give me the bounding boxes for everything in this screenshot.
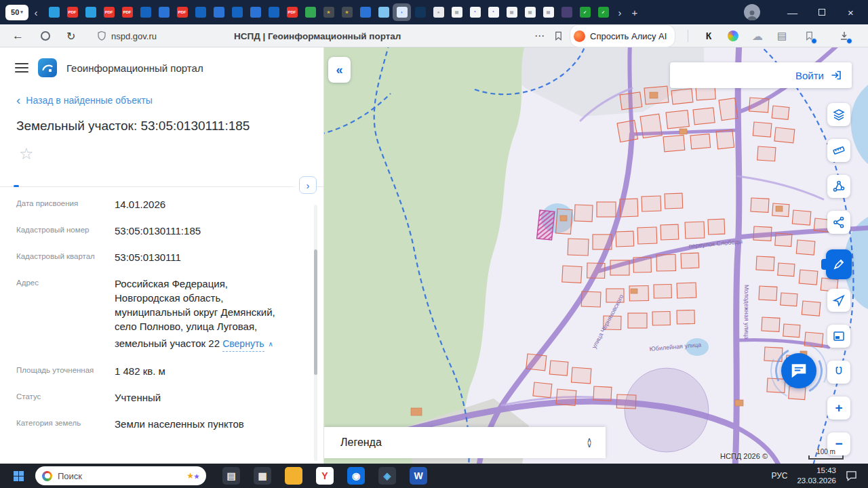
collections-icon[interactable] <box>800 24 818 47</box>
zoom-in-button[interactable]: + <box>827 396 850 420</box>
browser-tab[interactable]: PDF <box>100 3 118 21</box>
locate-tool-button[interactable] <box>827 289 850 312</box>
browser-tab[interactable] <box>81 3 100 21</box>
notifications-icon[interactable] <box>846 470 857 481</box>
start-button[interactable] <box>5 464 31 488</box>
browser-tab[interactable] <box>356 3 374 21</box>
yandex-browser-app[interactable]: Y <box>309 464 340 488</box>
measure-tool-button[interactable] <box>827 139 850 162</box>
ask-alice-button[interactable]: Спросить Алису AI <box>570 24 675 47</box>
chat-assistant-button[interactable] <box>781 353 816 388</box>
tab-favicon: ▤ <box>507 7 517 18</box>
browser-tab[interactable] <box>301 3 319 21</box>
panel-tab[interactable] <box>64 173 83 186</box>
browser-tab[interactable]: ✓ <box>594 3 612 21</box>
legend-bar[interactable]: Легенда ∧ ∨ <box>324 427 606 458</box>
address-bar-url[interactable]: nspd.gov.ru <box>111 24 157 47</box>
taskbar-search[interactable]: Поиск ★★ <box>35 466 206 485</box>
refresh-button[interactable]: ↻ <box>66 24 75 47</box>
tab-favicon: * <box>488 7 499 18</box>
tab-counter[interactable]: 50▾ <box>5 5 28 20</box>
menu-hamburger-button[interactable] <box>15 63 28 73</box>
browser-tab[interactable]: ✓ <box>576 3 594 21</box>
browser-tab[interactable]: ★ <box>319 3 338 21</box>
browser-tab[interactable]: PDF <box>118 3 136 21</box>
collapse-address-link[interactable]: Свернуть∧ <box>222 338 273 352</box>
maximize-button[interactable] <box>807 0 836 24</box>
browser-tab[interactable] <box>557 3 576 21</box>
field-value: 53:05:0130111:185 <box>115 224 299 238</box>
back-button[interactable]: ← <box>12 24 24 47</box>
tabs-scroll-right-button[interactable]: › <box>612 7 627 18</box>
extension-cloud-icon[interactable]: ☁ <box>749 24 766 47</box>
browser-tab[interactable] <box>228 3 246 21</box>
file-explorer-app[interactable] <box>278 464 309 488</box>
browser-tab[interactable]: PDF <box>283 3 301 21</box>
widgets-app[interactable]: ▤ <box>216 464 247 488</box>
clock[interactable]: 15:43 23.03.2026 <box>797 466 836 486</box>
telemost-app[interactable]: ◉ <box>340 464 372 488</box>
extension-orb-icon[interactable] <box>724 24 742 47</box>
browser-tab[interactable] <box>45 3 63 21</box>
login-button[interactable]: Войти <box>670 62 852 88</box>
map-basemap: улица Черняховского Молодежная улица пер… <box>324 47 868 464</box>
profile-avatar[interactable] <box>744 4 760 20</box>
map-canvas[interactable]: улица Черняховского Молодежная улица пер… <box>324 47 868 464</box>
downloads-icon[interactable] <box>835 24 853 47</box>
overview-map-button[interactable] <box>827 325 850 348</box>
browser-tab[interactable]: ● <box>429 3 448 21</box>
browser-tab[interactable]: PDF <box>63 3 81 21</box>
browser-tab[interactable]: ▤ <box>539 3 557 21</box>
calendar-app[interactable]: ▦ <box>247 464 278 488</box>
collapse-panel-button[interactable]: « <box>328 57 351 83</box>
extension-k-icon[interactable]: К <box>700 24 717 47</box>
browser-tab[interactable]: PDF <box>173 3 191 21</box>
browser-tab[interactable] <box>155 3 173 21</box>
browser-tab[interactable]: * <box>466 3 484 21</box>
address-bar-more-button[interactable]: ⋯ <box>534 24 545 47</box>
browser-tab[interactable]: ▤ <box>521 3 539 21</box>
share-tool-button[interactable] <box>827 211 850 234</box>
yandex-home-icon[interactable] <box>41 24 50 47</box>
close-button[interactable]: × <box>836 0 865 24</box>
favorite-star-button[interactable]: ☆ <box>19 144 34 163</box>
photos-app[interactable]: ◈ <box>372 464 403 488</box>
field-value: 53:05:0130111 <box>115 250 299 264</box>
browser-tab[interactable]: ▤ <box>502 3 521 21</box>
bookmark-flag-icon[interactable] <box>553 24 564 47</box>
browser-tab[interactable] <box>246 3 264 21</box>
browser-tab[interactable] <box>191 3 210 21</box>
browser-tab[interactable]: ★ <box>338 3 356 21</box>
field-label: Адрес <box>16 277 115 287</box>
new-tab-button[interactable]: + <box>627 7 642 18</box>
layers-tool-button[interactable] <box>827 103 850 126</box>
tab-favicon <box>85 7 96 18</box>
back-to-results-link[interactable]: ‹ Назад в найденные объекты <box>0 84 323 106</box>
draw-tool-button-active[interactable] <box>826 249 852 279</box>
browser-tab[interactable] <box>264 3 283 21</box>
magnet-tool-button[interactable] <box>827 361 850 384</box>
sidebar-panel-icon[interactable]: ▤ <box>773 24 791 47</box>
tabs-more-button[interactable]: › <box>299 176 317 194</box>
tabs-scroll-left-button[interactable]: ‹ <box>28 7 43 18</box>
browser-tab-active[interactable]: ◗ <box>393 3 411 21</box>
site-info-icon[interactable] <box>96 24 107 47</box>
browser-tab[interactable] <box>374 3 393 21</box>
word-app[interactable]: W <box>403 464 434 488</box>
browser-tab[interactable] <box>210 3 228 21</box>
route-tool-button[interactable] <box>827 175 850 198</box>
browser-tab[interactable] <box>136 3 155 21</box>
browser-tab[interactable] <box>411 3 429 21</box>
scrollbar-thumb[interactable] <box>314 249 317 375</box>
legend-expand-button[interactable]: ∧ ∨ <box>587 438 592 447</box>
panel-tab[interactable] <box>45 173 64 186</box>
panel-scrollbar[interactable] <box>314 205 317 461</box>
nspd-logo <box>38 58 57 77</box>
minimize-button[interactable]: — <box>778 0 807 24</box>
language-indicator[interactable]: РУС <box>771 471 787 481</box>
panel-tab[interactable] <box>7 173 26 186</box>
browser-tab[interactable]: ▤ <box>448 3 466 21</box>
panel-tab[interactable] <box>83 173 102 186</box>
panel-tab[interactable] <box>26 173 45 186</box>
browser-tab[interactable]: * <box>484 3 502 21</box>
